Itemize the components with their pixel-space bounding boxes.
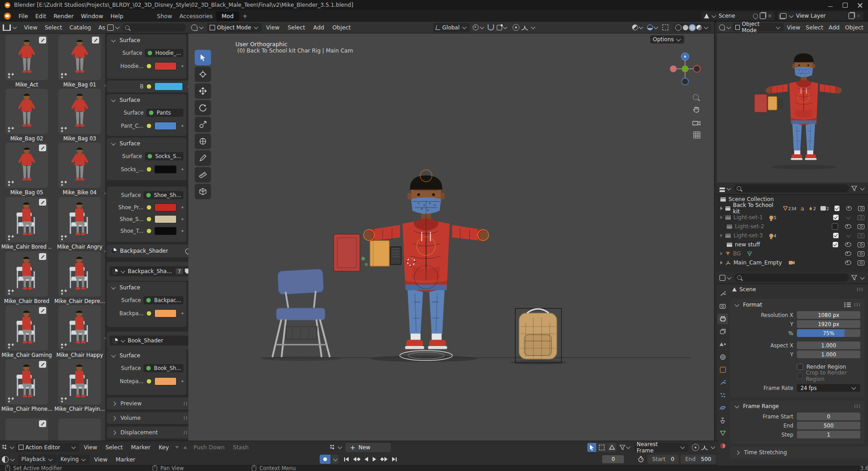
asset-name[interactable]: Mike_Bag 01 — [54, 82, 105, 88]
overlays-selector[interactable] — [647, 24, 659, 30]
asset-menu-view[interactable]: View — [20, 24, 41, 31]
disable-render-camera-icon[interactable] — [858, 233, 864, 238]
stash-button[interactable]: Stash — [229, 444, 252, 451]
asset-card[interactable] — [5, 35, 48, 80]
dope-filter-selector[interactable] — [619, 445, 631, 450]
outliner-display-mode[interactable] — [719, 187, 732, 191]
surface-section-header[interactable]: Surface — [107, 94, 187, 106]
asset-menu-asset[interactable]: Asset — [95, 24, 106, 31]
shoe-secondary-color-swatch[interactable] — [154, 215, 177, 223]
push-down-button[interactable]: Push Down — [190, 444, 228, 451]
asset-card[interactable] — [58, 197, 101, 242]
editor-type-properties[interactable] — [719, 275, 732, 281]
frame-end-field[interactable]: 500 — [797, 422, 860, 429]
multi-frame-edit-icon[interactable] — [597, 443, 606, 452]
show-gizmo-selector[interactable] — [632, 24, 644, 30]
viewport-menu-select[interactable]: Select — [284, 24, 309, 31]
asset-card[interactable] — [5, 305, 48, 351]
workspace-tab-mod[interactable]: Mod — [216, 11, 239, 21]
shading-material-icon[interactable] — [690, 25, 695, 30]
new-view-layer-icon[interactable] — [849, 13, 854, 19]
snap-target-selector[interactable] — [497, 25, 508, 30]
asset-card[interactable] — [58, 305, 101, 351]
asset-card[interactable] — [5, 197, 48, 242]
exclude-checkbox[interactable] — [833, 215, 839, 220]
tab-scene-properties[interactable] — [717, 339, 728, 350]
unlink-scene-icon[interactable]: × — [767, 13, 772, 19]
crop-render-region-checkbox[interactable] — [797, 373, 803, 379]
tab-physics-properties[interactable] — [717, 402, 728, 413]
render-region-checkbox[interactable] — [797, 364, 803, 370]
play-reverse-button[interactable] — [364, 457, 368, 461]
tab-tool-properties[interactable] — [717, 288, 728, 299]
expand-icon[interactable] — [720, 234, 723, 237]
use-preview-range-icon[interactable] — [637, 456, 645, 462]
falloff-curve-icon[interactable] — [521, 25, 528, 30]
editor-type-3d-viewport[interactable] — [191, 24, 204, 31]
action-browse-selector[interactable] — [330, 444, 343, 450]
proportional-edit-icon[interactable] — [513, 24, 519, 31]
panel-grip-icon[interactable] — [854, 303, 861, 307]
filter-icon[interactable] — [851, 275, 857, 280]
hide-eye-icon[interactable] — [846, 206, 852, 211]
current-frame-field[interactable]: 0 — [602, 455, 624, 463]
outliner-row-bg[interactable]: BG — [717, 249, 868, 258]
expand-icon[interactable] — [720, 252, 723, 255]
asset-name[interactable]: Mike_Bike 04 — [54, 189, 105, 196]
move-down-icon[interactable] — [175, 446, 179, 449]
tab-world-properties[interactable] — [717, 351, 728, 362]
asset-card[interactable] — [5, 89, 48, 134]
asset-card[interactable] — [5, 143, 48, 188]
workspace-tab-accessories[interactable]: Accessories — [176, 13, 216, 19]
b-color-swatch[interactable] — [154, 82, 183, 91]
outliner-row-light-set-2[interactable]: Light-set-2 — [717, 222, 868, 231]
asset-card[interactable] — [58, 35, 101, 80]
blender-menu-icon[interactable] — [4, 13, 11, 19]
displacement-panel-header[interactable]: Displacement — [107, 427, 194, 438]
viewport-3d[interactable]: Object Mode View Select Add Object Globa… — [188, 22, 715, 441]
falloff-curve-icon[interactable] — [701, 445, 708, 450]
asset-card[interactable] — [58, 418, 101, 441]
tab-modifier-properties[interactable] — [717, 377, 728, 388]
shading-rendered-icon[interactable] — [696, 25, 702, 30]
xray-toggle[interactable] — [662, 24, 668, 30]
time-stretching-panel-header[interactable]: Time Stretching — [730, 447, 868, 458]
edit-asset-icon[interactable] — [39, 37, 46, 43]
tab-data-properties[interactable] — [717, 428, 728, 438]
panel-grip-icon[interactable] — [854, 404, 861, 408]
surface-section-header[interactable]: Surface — [107, 138, 187, 149]
surface-section-header[interactable]: Surface — [107, 282, 187, 293]
play-button[interactable] — [373, 457, 376, 461]
close-button[interactable] — [858, 3, 863, 8]
minimize-button[interactable] — [828, 3, 833, 7]
exclude-checkbox[interactable] — [833, 233, 839, 238]
remove-view-layer-icon[interactable]: × — [856, 13, 861, 19]
menu-window[interactable]: Window — [77, 13, 107, 19]
ds-menu-view[interactable]: View — [80, 444, 101, 451]
animate-dot-icon[interactable] — [182, 65, 183, 67]
frame-range-panel-header[interactable]: Frame Range — [730, 400, 865, 412]
auto-snap-toggle[interactable] — [587, 443, 596, 452]
maximize-button[interactable] — [843, 3, 848, 8]
filter-icon[interactable] — [851, 186, 857, 191]
mode-selector[interactable]: Object Mode — [207, 23, 262, 32]
outliner-row-back-to-school-kit[interactable]: Back To School kit 234 a 2 2 — [717, 204, 868, 213]
pin-icon[interactable] — [752, 12, 759, 19]
outliner-row-new-stuff[interactable]: new stuff — [717, 240, 868, 249]
mode-selector[interactable]: Object Mode — [733, 23, 784, 31]
playback-menu[interactable]: Playback — [18, 455, 57, 464]
tab-constraint-properties[interactable] — [717, 415, 728, 426]
asset-menu-select[interactable]: Select — [41, 24, 66, 31]
frame-rate-dropdown[interactable]: 24 fps — [797, 384, 860, 392]
tab-output-properties[interactable] — [717, 313, 728, 324]
frame-step-field[interactable]: 1 — [797, 431, 860, 438]
backpack-color-swatch[interactable] — [154, 309, 177, 317]
shading-solid-icon[interactable] — [683, 25, 688, 30]
asset-name[interactable]: Mike_Chair Playin... — [54, 406, 105, 412]
asset-card[interactable] — [58, 89, 101, 134]
asset-name[interactable]: Mike_Chair Happy — [54, 352, 105, 358]
hoodie-color-swatch[interactable] — [154, 62, 177, 70]
asset-card[interactable] — [58, 359, 101, 404]
asset-card[interactable] — [58, 251, 101, 297]
scene-selector[interactable]: Scene × — [701, 11, 775, 20]
